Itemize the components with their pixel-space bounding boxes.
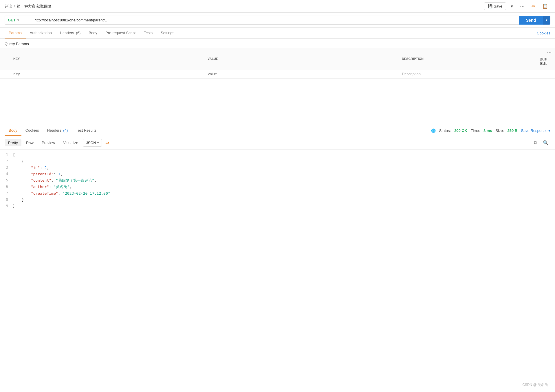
response-tab-cookies[interactable]: Cookies (21, 125, 43, 136)
desc-cell[interactable] (399, 69, 532, 79)
save-response-button[interactable]: Save Response ▾ (521, 128, 550, 133)
code-line-5: 5 "content": "我回复了第一条评论", (0, 177, 555, 184)
send-button[interactable]: Send (519, 16, 543, 25)
method-chevron-icon: ▾ (17, 19, 19, 22)
response-tabs-row: Body Cookies Headers (4) Test Results 🌐 … (0, 125, 555, 136)
key-input[interactable] (13, 72, 202, 76)
col-actions-header: ⋯ Bulk Edit (532, 48, 555, 69)
copy-icon: ⧉ (534, 140, 537, 145)
edit-button[interactable]: ✏ (529, 2, 538, 10)
tab-settings[interactable]: Settings (157, 28, 178, 38)
table-options-icon[interactable]: ⋯ (547, 50, 552, 55)
time-value: 8 ms (483, 128, 492, 133)
search-icon: 🔍 (543, 140, 549, 145)
breadcrumb: 评论 / 第一种方案:获取回复 (5, 4, 52, 9)
response-tab-body[interactable]: Body (5, 125, 21, 136)
save-chevron-button[interactable]: ▾ (508, 2, 515, 10)
save-response-chevron-icon: ▾ (548, 128, 550, 133)
params-table: KEY VALUE DESCRIPTION ⋯ Bulk Edit (0, 48, 555, 79)
col-key-header: KEY (10, 48, 205, 69)
response-tab-headers[interactable]: Headers (4) (43, 125, 72, 136)
send-chevron-button[interactable]: ▾ (543, 16, 550, 25)
table-row (0, 69, 555, 79)
format-tab-raw[interactable]: Raw (23, 139, 37, 146)
json-format-chevron-icon: ▾ (97, 141, 99, 144)
response-tab-test-results[interactable]: Test Results (72, 125, 100, 136)
response-tabs: Body Cookies Headers (4) Test Results (5, 125, 100, 136)
tab-tests[interactable]: Tests (140, 28, 157, 38)
request-tabs: Params Authorization Headers (6) Body Pr… (5, 28, 178, 38)
method-selector[interactable]: GET ▾ (5, 16, 31, 25)
format-tab-visualize[interactable]: Visualize (60, 139, 82, 146)
query-params-label: Query Params (0, 39, 555, 48)
code-area: 1 [ 2 { 3 "id": 2, 4 "parentId": 1, 5 "c… (0, 150, 555, 212)
desc-input[interactable] (402, 72, 529, 76)
format-tabs-row: Pretty Raw Preview Visualize JSON ▾ ⇌ ⧉ … (0, 136, 555, 150)
code-line-7: 7 "createTime": "2023-02-20 17:12:00" (0, 190, 555, 197)
breadcrumb-parent: 评论 (5, 4, 12, 9)
code-line-8: 8 } (0, 197, 555, 203)
value-input[interactable] (208, 72, 396, 76)
more-options-button[interactable]: ⋯ (518, 2, 527, 10)
note-icon: 📋 (542, 4, 548, 9)
tab-pre-request-script[interactable]: Pre-request Script (101, 28, 140, 38)
response-panel: Body Cookies Headers (4) Test Results 🌐 … (0, 125, 555, 212)
tab-authorization[interactable]: Authorization (26, 28, 56, 38)
size-value: 259 B (508, 128, 518, 133)
search-button[interactable]: 🔍 (541, 139, 550, 147)
code-line-4: 4 "parentId": 1, (0, 171, 555, 177)
cookies-link[interactable]: Cookies (537, 31, 550, 35)
method-label: GET (8, 18, 16, 22)
row-checkbox (0, 69, 10, 79)
key-cell[interactable] (10, 69, 205, 79)
top-bar-actions: 💾 Save ▾ ⋯ ✏ 📋 (484, 2, 550, 10)
filter-button[interactable]: ⇌ (103, 139, 111, 147)
code-line-3: 3 "id": 2, (0, 165, 555, 171)
watermark: CSDN @ 吴名氏 (522, 382, 548, 387)
tab-params[interactable]: Params (5, 28, 26, 38)
time-label: Time: (471, 128, 480, 133)
filter-icon: ⇌ (105, 140, 109, 145)
url-input[interactable] (31, 16, 519, 25)
breadcrumb-current: 第一种方案:获取回复 (17, 4, 52, 9)
pencil-icon: ✏ (532, 4, 535, 9)
save-response-label: Save Response (521, 128, 547, 133)
json-format-label: JSON (86, 141, 96, 145)
json-format-selector[interactable]: JSON ▾ (83, 139, 102, 147)
col-desc-header: DESCRIPTION (399, 48, 532, 69)
status-value: 200 OK (454, 128, 467, 133)
code-line-2: 2 { (0, 158, 555, 165)
col-value-header: VALUE (205, 48, 399, 69)
format-tab-pretty[interactable]: Pretty (5, 139, 21, 146)
col-check-header (0, 48, 10, 69)
send-button-group: Send ▾ (519, 16, 550, 25)
format-tab-preview[interactable]: Preview (38, 139, 58, 146)
code-line-1: 1 [ (0, 152, 555, 158)
code-line-6: 6 "author": "吴名氏", (0, 184, 555, 190)
row-actions (532, 69, 555, 79)
response-meta: 🌐 Status: 200 OK Time: 8 ms Size: 259 B … (431, 128, 550, 133)
save-icon: 💾 (488, 4, 492, 8)
tab-headers[interactable]: Headers (6) (56, 28, 85, 38)
value-cell[interactable] (205, 69, 399, 79)
save-label: Save (494, 4, 502, 8)
format-tabs-right: ⧉ 🔍 (532, 139, 550, 147)
globe-icon: 🌐 (431, 128, 436, 133)
code-line-9: 9 ] (0, 203, 555, 209)
copy-button[interactable]: ⧉ (532, 139, 539, 147)
more-icon: ⋯ (520, 4, 525, 9)
breadcrumb-separator: / (14, 4, 15, 8)
request-tabs-row: Params Authorization Headers (6) Body Pr… (0, 28, 555, 39)
top-bar: 评论 / 第一种方案:获取回复 💾 Save ▾ ⋯ ✏ 📋 (0, 0, 555, 13)
bulk-edit-button[interactable]: Bulk Edit (535, 55, 552, 67)
status-label: Status: (439, 128, 451, 133)
url-bar: GET ▾ Send ▾ (0, 13, 555, 28)
format-tabs: Pretty Raw Preview Visualize JSON ▾ ⇌ (5, 139, 111, 147)
tab-body[interactable]: Body (85, 28, 101, 38)
notes-button[interactable]: 📋 (540, 2, 550, 10)
size-label: Size: (496, 128, 504, 133)
save-button[interactable]: 💾 Save (484, 2, 506, 10)
